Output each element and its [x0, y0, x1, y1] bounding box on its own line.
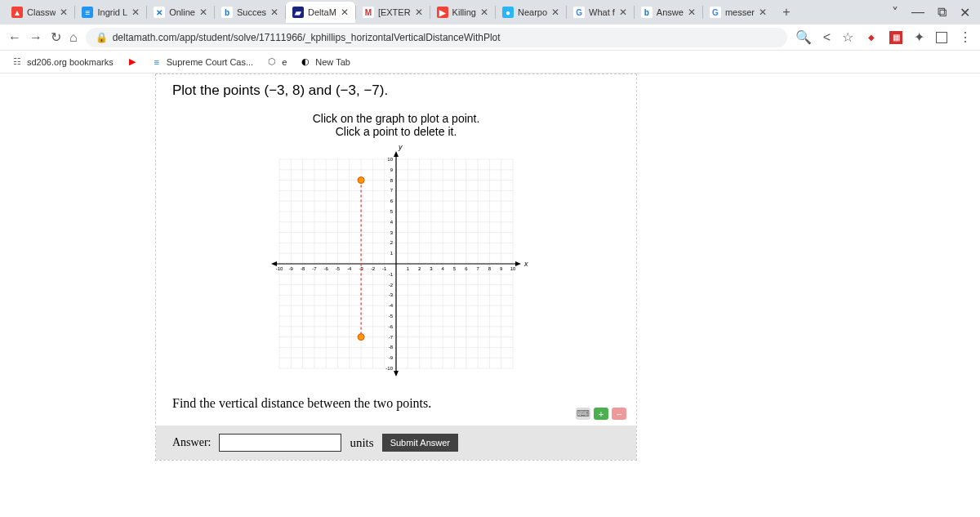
- favicon-icon: b: [221, 7, 233, 18]
- favicon-icon: ≡: [82, 7, 93, 18]
- svg-text:-7: -7: [389, 335, 394, 340]
- minimize-icon[interactable]: —: [911, 5, 924, 20]
- bookmark-item[interactable]: ≡Supreme Court Cas...: [151, 56, 253, 68]
- close-icon[interactable]: ✕: [759, 7, 767, 18]
- browser-tab[interactable]: bSucces✕: [215, 2, 285, 23]
- omnibox[interactable]: 🔒 deltamath.com/app/student/solve/171119…: [86, 28, 787, 47]
- favicon-icon: ●: [502, 7, 514, 18]
- menu-icon[interactable]: ⋮: [959, 29, 972, 45]
- search-icon[interactable]: 🔍: [795, 29, 812, 45]
- svg-text:-8: -8: [301, 266, 305, 271]
- favicon-icon: ▰: [292, 7, 304, 18]
- close-icon[interactable]: ✕: [480, 7, 488, 18]
- bookmark-icon: ⬡: [266, 56, 278, 68]
- svg-marker-46: [394, 151, 399, 157]
- nav-bar: ← → ↻ ⌂ 🔒 deltamath.com/app/student/solv…: [0, 25, 980, 51]
- svg-text:-7: -7: [312, 266, 317, 271]
- svg-text:7: 7: [476, 266, 479, 271]
- svg-text:3: 3: [430, 266, 433, 271]
- favicon-icon: M: [363, 7, 374, 18]
- favicon-icon: ✕: [154, 7, 165, 18]
- increase-button[interactable]: +: [594, 408, 608, 420]
- browser-tab[interactable]: bAnswe✕: [635, 2, 702, 23]
- browser-tab[interactable]: ▰DeltaM✕: [286, 2, 355, 23]
- reload-button[interactable]: ↻: [51, 29, 61, 45]
- bookmark-icon: ≡: [151, 56, 163, 68]
- answer-label: Answer:: [172, 436, 211, 449]
- svg-text:9: 9: [500, 266, 503, 271]
- lock-icon: 🔒: [96, 32, 108, 43]
- svg-text:-3: -3: [389, 292, 394, 297]
- share-icon[interactable]: <: [823, 30, 831, 45]
- svg-text:5: 5: [453, 266, 457, 271]
- browser-tab[interactable]: ●Nearpo✕: [496, 2, 566, 23]
- content-area: Plot the points (−3, 8) and (−3, −7). Cl…: [0, 74, 980, 517]
- new-tab-button[interactable]: +: [777, 2, 796, 22]
- tab-title: Ingrid L: [97, 7, 127, 17]
- question-text: Find the vertical distance between the t…: [156, 386, 636, 426]
- submit-answer-button[interactable]: Submit Answer: [382, 434, 458, 452]
- browser-tab[interactable]: ▲Classw✕: [5, 2, 74, 23]
- maximize-icon[interactable]: ⧉: [938, 5, 947, 20]
- tab-title: [EXTER: [378, 7, 411, 17]
- extension-2-icon[interactable]: ▦: [889, 31, 902, 44]
- svg-text:-4: -4: [347, 266, 352, 271]
- browser-tab[interactable]: ✕Online✕: [147, 2, 214, 23]
- bookmark-item[interactable]: ◐New Tab: [300, 56, 350, 68]
- extensions-icon[interactable]: ✦: [914, 29, 924, 45]
- close-icon[interactable]: ✕: [688, 7, 696, 18]
- keyboard-icon[interactable]: ⌨: [576, 408, 590, 420]
- graph-container[interactable]: -10-9-8-7-6-5-4-3-2-112345678910-10-9-8-…: [156, 141, 636, 386]
- svg-text:-8: -8: [389, 345, 394, 350]
- coordinate-plane[interactable]: -10-9-8-7-6-5-4-3-2-112345678910-10-9-8-…: [261, 141, 531, 386]
- close-icon[interactable]: ✕: [551, 7, 559, 18]
- browser-tab[interactable]: ▶Killing✕: [430, 2, 495, 23]
- forward-button[interactable]: →: [29, 30, 42, 45]
- problem-title: Plot the points (−3, 8) and (−3, −7).: [156, 74, 636, 107]
- svg-text:-2: -2: [371, 266, 376, 271]
- extension-1-icon[interactable]: ◆: [865, 31, 878, 44]
- favicon-icon: ▲: [11, 7, 23, 18]
- close-icon[interactable]: ✕: [131, 7, 140, 18]
- tab-title: Online: [169, 7, 195, 17]
- bookmark-item[interactable]: ☷sd206.org bookmarks: [11, 56, 114, 68]
- browser-tab[interactable]: Gmesser✕: [703, 2, 773, 23]
- bookmark-icon: ◐: [300, 56, 311, 68]
- close-icon[interactable]: ✕: [415, 7, 423, 18]
- answer-input[interactable]: [219, 434, 341, 452]
- svg-text:-10: -10: [276, 266, 283, 271]
- bookmark-item[interactable]: ⬡e: [266, 56, 287, 68]
- tab-title: What f: [589, 7, 615, 17]
- problem-panel: Plot the points (−3, 8) and (−3, −7). Cl…: [155, 74, 637, 461]
- plotted-point[interactable]: [358, 177, 364, 184]
- browser-tab[interactable]: M[EXTER✕: [356, 2, 430, 23]
- bookmark-label: e: [282, 57, 287, 67]
- close-icon[interactable]: ✕: [619, 7, 627, 18]
- url-text: deltamath.com/app/student/solve/17111966…: [113, 32, 501, 43]
- decrease-button[interactable]: −: [612, 408, 626, 420]
- tab-strip: ▲Classw✕≡Ingrid L✕✕Online✕bSucces✕▰Delta…: [0, 0, 980, 25]
- bookmark-star-icon[interactable]: ☆: [842, 29, 853, 45]
- close-icon[interactable]: ✕: [60, 7, 68, 18]
- svg-text:x: x: [523, 260, 528, 268]
- svg-text:-9: -9: [289, 266, 294, 271]
- close-icon[interactable]: ✕: [199, 7, 207, 18]
- close-window-icon[interactable]: ✕: [960, 5, 970, 20]
- account-icon[interactable]: [936, 32, 947, 43]
- browser-tab[interactable]: GWhat f✕: [567, 2, 634, 23]
- svg-text:-5: -5: [336, 266, 341, 271]
- close-icon[interactable]: ✕: [341, 7, 349, 18]
- home-button[interactable]: ⌂: [69, 30, 78, 45]
- favicon-icon: b: [641, 7, 653, 18]
- answer-float-controls: ⌨ + −: [576, 408, 626, 420]
- tab-title: DeltaM: [308, 7, 336, 17]
- svg-text:4: 4: [442, 266, 445, 271]
- close-icon[interactable]: ✕: [270, 7, 278, 18]
- svg-text:-10: -10: [385, 366, 393, 371]
- bookmark-icon: ☷: [11, 56, 23, 68]
- browser-tab[interactable]: ≡Ingrid L✕: [75, 2, 146, 23]
- bookmark-item[interactable]: ▶: [127, 56, 138, 68]
- chevron-down-icon[interactable]: ˅: [892, 5, 898, 20]
- plotted-point[interactable]: [358, 334, 364, 341]
- back-button[interactable]: ←: [8, 30, 21, 45]
